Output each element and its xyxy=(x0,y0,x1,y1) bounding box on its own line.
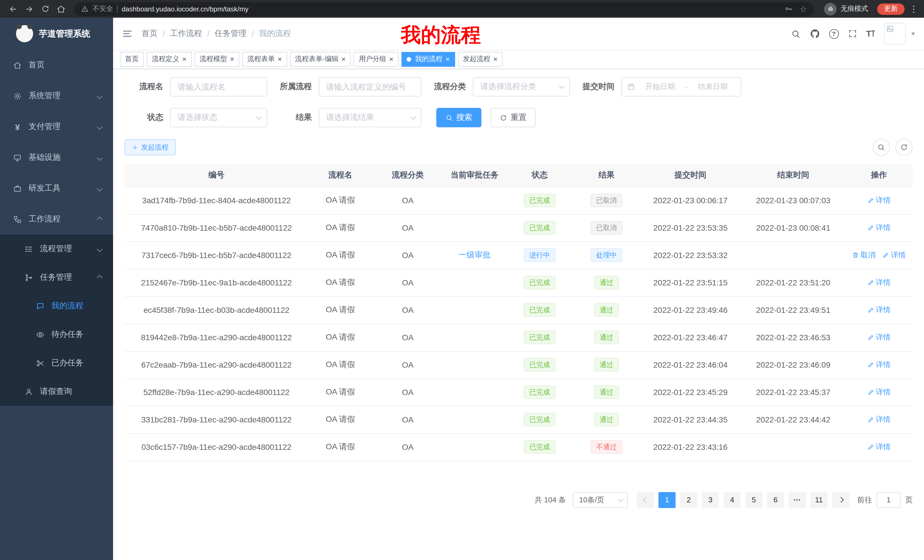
sidebar-item-system[interactable]: 系统管理 xyxy=(0,81,113,111)
page-button-11[interactable]: 11 xyxy=(810,492,828,508)
tab-start-process[interactable]: 发起流程 xyxy=(458,52,502,66)
page-button-2[interactable]: 2 xyxy=(680,492,697,508)
process-category-select[interactable]: 请选择流程分类 xyxy=(473,77,570,96)
reset-button[interactable]: 重置 xyxy=(490,108,536,127)
next-page-button[interactable] xyxy=(832,492,849,508)
search-button[interactable]: 搜索 xyxy=(436,108,482,127)
tab-process-form-edit[interactable]: 流程表单-编辑 xyxy=(290,52,351,66)
delete-icon xyxy=(852,252,859,259)
password-key-icon[interactable] xyxy=(784,4,793,13)
detail-button[interactable]: 详情 xyxy=(867,195,891,205)
edit-icon xyxy=(867,361,874,368)
address-bar[interactable]: 不安全 dashboard.yudao.iocoder.cn/bpm/task/… xyxy=(74,2,814,16)
sidebar-item-task-management[interactable]: 任务管理 xyxy=(0,263,113,292)
tab-process-form[interactable]: 流程表单 xyxy=(242,52,287,66)
browser-menu-icon[interactable] xyxy=(909,4,918,14)
page-size-select[interactable]: 10条/页 xyxy=(573,492,628,508)
sidebar-item-my-processes[interactable]: 我的流程 xyxy=(0,292,113,320)
bookmark-star-icon[interactable]: ☆ xyxy=(800,5,807,13)
toggle-search-button[interactable] xyxy=(873,139,890,156)
more-pages-button[interactable] xyxy=(789,492,806,508)
close-icon[interactable] xyxy=(182,55,186,63)
status-badge: 已完成 xyxy=(524,193,556,207)
refresh-table-button[interactable] xyxy=(896,139,913,156)
chevron-down-icon[interactable] xyxy=(911,30,915,38)
fullscreen-icon[interactable] xyxy=(848,29,857,38)
help-icon[interactable] xyxy=(829,29,838,39)
result-select[interactable]: 请选择流结果 xyxy=(319,108,422,127)
column-header-category: 流程分类 xyxy=(372,164,443,187)
detail-button[interactable]: 详情 xyxy=(867,387,891,397)
close-icon[interactable] xyxy=(389,55,393,63)
sidebar-item-leave-query[interactable]: 请假查询 xyxy=(0,377,113,406)
sidebar-item-workflow[interactable]: 工作流程 xyxy=(0,204,113,235)
sidebar-item-todo-tasks[interactable]: 待办任务 xyxy=(0,320,113,349)
detail-button[interactable]: 详情 xyxy=(867,442,891,452)
result-badge: 通过 xyxy=(594,276,619,289)
tab-process-model[interactable]: 流程模型 xyxy=(195,52,239,66)
breadcrumb-home[interactable]: 首页 xyxy=(142,28,158,39)
close-icon[interactable] xyxy=(342,55,346,63)
page-button-1[interactable]: 1 xyxy=(658,492,676,508)
sidebar-item-process-management[interactable]: 流程管理 xyxy=(0,235,113,263)
home-icon[interactable] xyxy=(54,1,69,16)
close-icon[interactable] xyxy=(493,55,497,63)
status-label: 状态 xyxy=(124,112,170,123)
detail-button[interactable]: 详情 xyxy=(867,415,891,425)
page-button-4[interactable]: 4 xyxy=(723,492,741,508)
update-button[interactable]: 更新 xyxy=(877,3,904,15)
status-badge: 已完成 xyxy=(524,303,556,317)
font-size-icon[interactable] xyxy=(866,28,875,39)
tab-my-processes[interactable]: 我的流程 xyxy=(402,52,455,66)
result-badge: 处理中 xyxy=(591,248,622,262)
cancel-button[interactable]: 取消 xyxy=(852,250,876,260)
breadcrumb-workflow[interactable]: 工作流程 xyxy=(170,28,202,39)
breadcrumb-task-management[interactable]: 任务管理 xyxy=(215,28,247,39)
process-name-input[interactable] xyxy=(170,77,267,96)
start-process-button[interactable]: 发起流程 xyxy=(124,139,176,155)
close-icon[interactable] xyxy=(446,55,450,63)
process-definition-input[interactable] xyxy=(319,77,422,96)
status-select[interactable]: 请选择状态 xyxy=(170,108,267,127)
pagination: 共 104 条 10条/页 1 2 3 4 5 6 11 前往 页 xyxy=(124,492,913,508)
close-icon[interactable] xyxy=(230,55,234,63)
sidebar-item-infrastructure[interactable]: 基础设施 xyxy=(0,142,113,173)
close-icon[interactable] xyxy=(278,55,282,63)
avatar[interactable] xyxy=(884,23,906,45)
detail-button[interactable]: 详情 xyxy=(867,305,891,315)
sidebar-item-done-tasks[interactable]: 已办任务 xyxy=(0,349,113,377)
detail-button[interactable]: 详情 xyxy=(867,359,891,370)
github-icon[interactable] xyxy=(810,28,820,39)
tab-process-definition[interactable]: 流程定义 xyxy=(147,52,192,66)
page-content: 流程名 所属流程 流程分类 请选择流程分类 提交时间 开始日期 - 结束日期 xyxy=(113,69,924,560)
detail-button[interactable]: 详情 xyxy=(867,277,891,288)
sidebar-item-payment[interactable]: 支付管理 xyxy=(0,111,113,142)
detail-button[interactable]: 详情 xyxy=(867,332,891,343)
prev-page-button[interactable] xyxy=(637,492,654,508)
edit-icon xyxy=(867,416,874,423)
page-button-5[interactable]: 5 xyxy=(745,492,762,508)
detail-button[interactable]: 详情 xyxy=(867,223,891,233)
hamburger-icon[interactable] xyxy=(122,28,132,39)
reload-icon[interactable] xyxy=(38,1,52,16)
chevron-down-icon xyxy=(97,155,102,160)
status-badge: 已完成 xyxy=(524,276,556,289)
yen-icon xyxy=(13,122,22,132)
page-button-6[interactable]: 6 xyxy=(767,492,784,508)
submit-time-range-picker[interactable]: 开始日期 - 结束日期 xyxy=(621,77,741,96)
tab-user-group[interactable]: 用户分组 xyxy=(354,52,399,66)
tab-home[interactable]: 首页 xyxy=(120,52,144,66)
search-icon[interactable] xyxy=(790,29,800,39)
edit-icon xyxy=(882,252,889,259)
detail-button[interactable]: 详情 xyxy=(882,250,906,260)
goto-page-input[interactable] xyxy=(877,492,901,508)
sidebar-item-devtools[interactable]: 研发工具 xyxy=(0,173,113,204)
plus-icon xyxy=(132,144,138,150)
current-task-link[interactable]: 一级审批 xyxy=(459,250,490,259)
page-button-3[interactable]: 3 xyxy=(702,492,719,508)
back-icon[interactable] xyxy=(6,1,21,16)
sidebar-item-home[interactable]: 首页 xyxy=(0,49,113,81)
top-navbar: 首页 工作流程 任务管理 我的流程 xyxy=(113,18,924,49)
forward-icon[interactable] xyxy=(22,1,36,16)
result-badge: 通过 xyxy=(594,358,619,371)
